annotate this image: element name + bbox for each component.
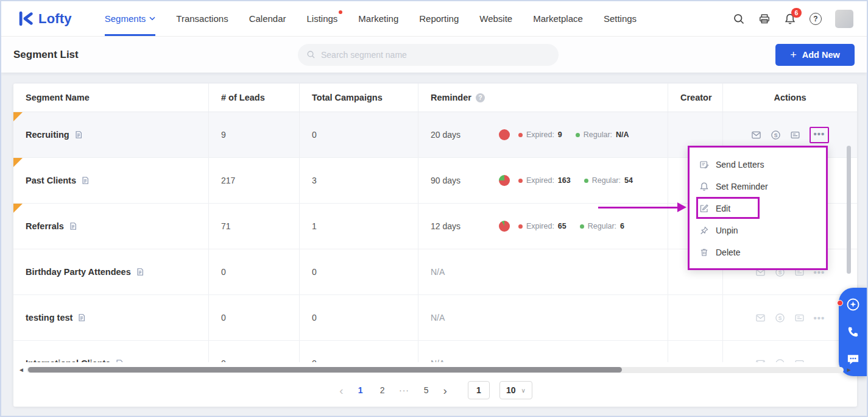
card-icon[interactable] [794, 358, 805, 363]
next-page-button[interactable]: › [442, 385, 448, 396]
table-row[interactable]: International Clients 0 0 N/A ••• [13, 341, 857, 362]
prev-page-button[interactable]: ‹ [338, 385, 344, 396]
reminder-days: N/A [431, 267, 499, 277]
table-header: Segment Name # of Leads Total Campaigns … [13, 84, 857, 112]
search-icon[interactable] [733, 13, 745, 25]
edit-icon [699, 204, 709, 213]
more-icon: ••• [814, 313, 825, 323]
reminder-help-icon[interactable]: ? [476, 93, 485, 102]
leads-count: 9 [209, 112, 300, 157]
bell-icon [699, 182, 709, 191]
segment-name-link[interactable]: Referrals [26, 221, 64, 231]
email-icon[interactable] [751, 130, 761, 140]
vertical-scrollbar-thumb[interactable] [847, 146, 851, 274]
scrollbar-thumb[interactable] [28, 367, 622, 372]
regular-dot [584, 179, 588, 183]
page-button-5[interactable]: 5 [420, 385, 432, 395]
leads-count: 71 [209, 204, 300, 249]
segment-name-link[interactable]: testing test [26, 313, 72, 323]
page-button-1[interactable]: 1 [355, 385, 367, 395]
card-icon[interactable] [790, 130, 800, 140]
card-icon[interactable] [794, 313, 805, 323]
smartplan-icon[interactable] [771, 130, 781, 140]
row-actions-menu: Send Letters Set Reminder Edit Unpin Del… [688, 146, 828, 270]
listings-notification-dot [339, 10, 342, 14]
support-widget [839, 288, 867, 376]
nav-item-marketplace[interactable]: Marketplace [533, 1, 583, 36]
table-row[interactable]: testing test 0 0 N/A ••• [13, 295, 857, 341]
menu-item-unpin[interactable]: Unpin [690, 219, 826, 241]
smartplan-icon[interactable] [775, 313, 785, 323]
campaigns-count: 0 [300, 295, 418, 340]
col-creator: Creator [668, 84, 723, 112]
segment-name-link[interactable]: Birthday Party Attendees [26, 267, 131, 277]
nav-item-website[interactable]: Website [479, 1, 512, 36]
nav-item-reporting[interactable]: Reporting [419, 1, 459, 36]
reminder-pie-chart [499, 221, 510, 232]
more-icon: ••• [814, 359, 825, 363]
scroll-left-arrow[interactable]: ◄ [17, 367, 26, 373]
annotation-arrow [598, 207, 679, 208]
help-icon[interactable]: ? [810, 13, 822, 25]
add-new-button[interactable]: + Add New [775, 44, 855, 66]
page-size-select[interactable]: 10∨ [499, 381, 532, 399]
scrollbar-track[interactable] [27, 367, 844, 373]
segment-search[interactable] [298, 44, 559, 66]
email-icon[interactable] [755, 313, 766, 323]
segment-search-input[interactable] [321, 50, 550, 60]
segment-note-icon [74, 130, 83, 139]
nav-item-calendar[interactable]: Calendar [249, 1, 286, 36]
menu-item-edit[interactable]: Edit [690, 198, 826, 219]
menu-item-send-letters[interactable]: Send Letters [690, 154, 826, 176]
campaigns-count: 1 [300, 204, 418, 249]
page-jump-input[interactable] [468, 381, 490, 399]
leads-count: 217 [209, 158, 300, 203]
campaigns-count: 0 [300, 112, 418, 157]
main-nav: Segments Transactions Calendar Listings … [105, 1, 637, 36]
expired-legend: Expired:9 [518, 130, 562, 139]
lofty-logo[interactable]: Lofty [18, 1, 72, 36]
bell-icon[interactable]: 6 [784, 13, 796, 25]
reminder-pie-chart [499, 129, 510, 140]
nav-item-settings[interactable]: Settings [604, 1, 637, 36]
letter-icon [699, 160, 709, 169]
segment-name-link[interactable]: Recruiting [26, 130, 69, 140]
nav-item-listings[interactable]: Listings [307, 1, 338, 36]
more-actions-button[interactable]: ••• [810, 127, 830, 143]
nav-item-segments[interactable]: Segments [105, 1, 156, 36]
reminder-days: N/A [431, 358, 499, 362]
col-total-campaigns: Total Campaigns [300, 84, 418, 112]
page-ellipsis[interactable]: ··· [398, 385, 411, 395]
chat-icon[interactable] [846, 352, 860, 366]
menu-item-set-reminder[interactable]: Set Reminder [690, 176, 826, 198]
email-icon[interactable] [755, 358, 766, 363]
assistant-icon[interactable] [846, 298, 860, 312]
search-icon [306, 50, 316, 59]
page-title: Segment List [13, 49, 79, 61]
chevron-down-icon: ∨ [521, 387, 525, 394]
segment-note-icon [136, 268, 144, 276]
regular-dot [576, 133, 580, 137]
segment-name-link[interactable]: Past Clients [26, 176, 76, 185]
campaigns-count: 0 [300, 341, 418, 362]
more-actions-button[interactable]: ••• [814, 313, 825, 323]
notification-badge: 6 [791, 8, 802, 18]
more-actions-button[interactable]: ••• [814, 359, 825, 363]
scroll-right-arrow[interactable]: ► [845, 367, 853, 373]
col-segment-name: Segment Name [13, 84, 209, 112]
printer-icon[interactable] [758, 13, 771, 25]
phone-icon[interactable] [846, 325, 860, 339]
nav-item-marketing[interactable]: Marketing [358, 1, 398, 36]
page-button-2[interactable]: 2 [376, 385, 389, 395]
menu-item-delete[interactable]: Delete [690, 241, 826, 263]
avatar[interactable] [835, 10, 853, 28]
pin-icon [699, 226, 709, 235]
pagination: ‹ 1 2 ··· 5 › 10∨ [13, 380, 857, 401]
chevron-down-icon [149, 16, 155, 21]
nav-item-transactions[interactable]: Transactions [176, 1, 228, 36]
segment-name-link[interactable]: International Clients [26, 358, 110, 362]
smartplan-icon[interactable] [775, 358, 785, 363]
pinned-indicator [13, 204, 23, 213]
horizontal-scrollbar[interactable]: ◄ ► [17, 366, 853, 374]
plus-icon: + [790, 49, 797, 60]
